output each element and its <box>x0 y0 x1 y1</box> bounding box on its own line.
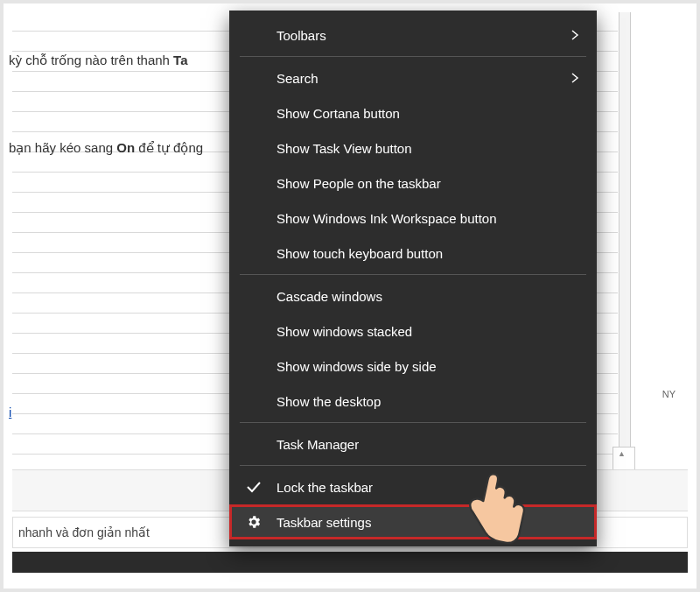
pointing-hand-icon <box>442 460 542 560</box>
screenshot-canvas: kỳ chỗ trống nào trên thanh Ta bạn hãy k… <box>0 0 700 592</box>
doc-line-2-prefix: bạn hãy kéo sang <box>9 140 116 155</box>
menu-label: Show Windows Ink Workspace button <box>276 211 497 226</box>
doc-line-2-suffix: để tự động <box>135 140 203 155</box>
chevron-right-icon <box>569 72 581 84</box>
menu-item-sidebyside[interactable]: Show windows side by side <box>229 349 597 384</box>
menu-separator <box>240 465 586 466</box>
scrollbar-track <box>619 12 631 468</box>
menu-label: Show windows stacked <box>276 324 412 339</box>
menu-item-cascade[interactable]: Cascade windows <box>229 278 597 314</box>
menu-label: Search <box>276 71 318 86</box>
chevron-right-icon <box>569 29 581 41</box>
menu-label: Show People on the taskbar <box>276 176 441 191</box>
taskbar-context-menu: Toolbars Search Show Cortana button Show… <box>229 11 597 546</box>
gear-icon <box>245 513 262 531</box>
menu-label: Taskbar settings <box>276 515 371 530</box>
menu-item-show-touch-keyboard[interactable]: Show touch keyboard button <box>229 236 597 271</box>
taskbar-strip <box>12 552 688 573</box>
menu-item-taskbar-settings[interactable]: Taskbar settings <box>229 504 597 539</box>
menu-label: Toolbars <box>276 28 326 43</box>
menu-separator <box>240 274 586 275</box>
bottom-text: nhanh và đơn giản nhất <box>18 525 150 539</box>
menu-label: Show Task View button <box>276 141 412 156</box>
menu-separator <box>240 56 586 57</box>
menu-item-lock-taskbar[interactable]: Lock the taskbar <box>229 469 597 504</box>
menu-item-task-manager[interactable]: Task Manager <box>229 426 597 462</box>
menu-label: Cascade windows <box>276 289 382 304</box>
label-ny: NY <box>662 389 676 399</box>
menu-item-show-cortana[interactable]: Show Cortana button <box>229 95 597 130</box>
menu-item-show-ink[interactable]: Show Windows Ink Workspace button <box>229 201 597 236</box>
menu-item-toolbars[interactable]: Toolbars <box>229 18 597 53</box>
menu-label: Show touch keyboard button <box>276 246 443 261</box>
menu-item-show-desktop[interactable]: Show the desktop <box>229 384 597 419</box>
doc-line-2: bạn hãy kéo sang On để tự động <box>9 140 203 156</box>
menu-label: Show windows side by side <box>276 359 437 374</box>
doc-line-1-prefix: kỳ chỗ trống nào trên thanh <box>9 53 173 67</box>
menu-label: Task Manager <box>276 437 359 452</box>
menu-item-stacked[interactable]: Show windows stacked <box>229 314 597 349</box>
doc-line-1-bold: Ta <box>173 53 187 67</box>
doc-line-1: kỳ chỗ trống nào trên thanh Ta <box>9 53 188 68</box>
menu-item-show-taskview[interactable]: Show Task View button <box>229 130 597 166</box>
menu-item-show-people[interactable]: Show People on the taskbar <box>229 166 597 201</box>
menu-item-search[interactable]: Search <box>229 60 597 95</box>
menu-separator <box>240 422 586 423</box>
menu-label: Lock the taskbar <box>276 480 373 495</box>
doc-line-2-bold: On <box>116 140 135 155</box>
menu-label: Show Cortana button <box>276 106 400 121</box>
menu-label: Show the desktop <box>276 394 381 409</box>
doc-link[interactable]: i <box>9 405 11 419</box>
check-icon <box>245 478 262 496</box>
